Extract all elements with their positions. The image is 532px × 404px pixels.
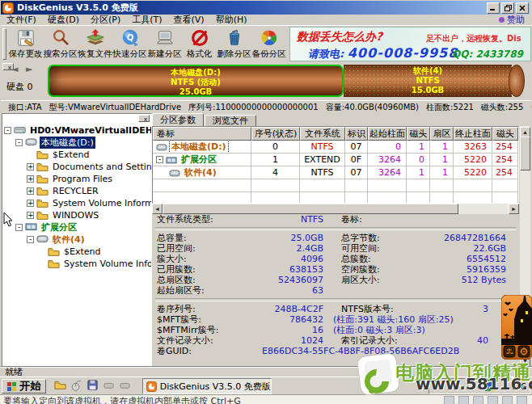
detail-label: 总簇数: xyxy=(341,254,430,264)
quicklaunch-mouse-icon[interactable] xyxy=(70,379,82,393)
menu-item-0[interactable]: 文件(F) xyxy=(6,15,36,25)
menu-item-5[interactable]: 帮助(H) xyxy=(216,15,247,25)
toolbar-recover-files-button[interactable]: 恢复文件 xyxy=(78,26,112,62)
restore-button[interactable] xyxy=(501,2,514,14)
toolbar: 保存更改搜索分区恢复文件Q快速分区新建分区格式化删除分区备份分区 数据丢失怎么办… xyxy=(1,25,531,63)
volume-label-text: 扩展分区 xyxy=(179,154,218,166)
detail-label xyxy=(341,285,430,296)
start-icon xyxy=(6,381,17,392)
column-header-5[interactable]: 磁头 xyxy=(407,127,430,141)
horizontal-scroll-thumb[interactable] xyxy=(163,204,458,214)
collapse-icon[interactable]: - xyxy=(27,236,34,243)
tree-panel: x -HD0:VMwareVirtualIDEHardD-本地磁盘(D:)$Ex… xyxy=(2,113,152,368)
collapse-icon[interactable]: - xyxy=(4,127,11,134)
detail-label: 总容量: xyxy=(157,233,243,243)
column-header-3[interactable]: 标识 xyxy=(345,127,368,141)
menu-item-3[interactable]: 工具(T) xyxy=(132,15,162,25)
table-row-0[interactable]: 本地磁盘(D:)0NTFS070113263254 xyxy=(153,141,518,154)
scroll-left-icon[interactable]: ◄ xyxy=(152,204,163,214)
vmware-toolbar-icons[interactable] xyxy=(444,395,527,404)
quicklaunch-minimized-window-icon[interactable] xyxy=(119,379,131,393)
horizontal-scrollbar[interactable]: ◄ ► xyxy=(152,204,519,214)
tree-item-6[interactable]: +System Volume Informati xyxy=(2,197,151,209)
tree-item-10[interactable]: $Extend xyxy=(2,246,151,258)
column-header-1[interactable]: 序号(状态) xyxy=(251,127,300,141)
toolbar-format-button[interactable]: 格式化 xyxy=(182,26,217,62)
cell-文件系统: NTFS xyxy=(300,166,345,179)
volume-label-value xyxy=(430,214,519,225)
cell-起始柱面: 3264 xyxy=(368,166,407,179)
collapse-icon[interactable]: - xyxy=(15,139,23,146)
tree-item-9[interactable]: -软件(4) xyxy=(2,234,151,246)
collapse-icon[interactable]: - xyxy=(15,224,23,231)
column-header-7[interactable]: 终止柱面 xyxy=(454,127,492,141)
toolbar-search-button[interactable]: 搜索分区 xyxy=(43,26,78,62)
cell-起始柱面: 0 xyxy=(368,141,407,154)
column-header-4[interactable]: 起始柱面 xyxy=(368,127,407,141)
volume-label-text: 软件(4) xyxy=(183,166,218,179)
sponsor-link[interactable]: 赞助 xyxy=(499,14,525,26)
tree-item-0[interactable]: -HD0:VMwareVirtualIDEHardD xyxy=(2,124,151,137)
cell-磁头: 1 xyxy=(407,141,430,154)
column-header-6[interactable]: 扇区 xyxy=(430,127,454,141)
partition-segment-soft4[interactable]: 软件(4) NTFS 15.0GB xyxy=(344,65,512,97)
scroll-right-icon[interactable]: ► xyxy=(509,204,519,214)
column-header-0[interactable]: 卷标 xyxy=(153,127,251,141)
column-header-2[interactable]: 文件系统 xyxy=(300,127,345,141)
detail-value: 52436097 xyxy=(243,275,323,285)
volume-label-cell: 软件(4) xyxy=(153,166,251,179)
collapse-icon[interactable]: - xyxy=(156,156,163,163)
quicklaunch-minimized-window-icon[interactable] xyxy=(103,379,115,393)
tree-item-11[interactable]: System Volume Infor xyxy=(2,258,151,270)
detail-row: 已用空间:2.4GB可用空间:22.6GB xyxy=(152,243,519,254)
disk-nav-arrows[interactable]: ◄ ► xyxy=(11,64,35,74)
close-button[interactable] xyxy=(516,2,529,14)
partition-segment-d[interactable]: 本地磁盘(D:) NTFS (活动) 25.0GB xyxy=(48,65,344,97)
column-header-8[interactable]: 磁头 xyxy=(492,127,518,141)
vertical-scroll-thumb[interactable] xyxy=(520,137,530,170)
folder-icon xyxy=(36,175,49,184)
tree-item-5[interactable]: +RECYCLER xyxy=(2,185,151,197)
cell-起始柱面: 3264 xyxy=(368,154,407,166)
quicklaunch-floppy-icon[interactable] xyxy=(87,379,99,393)
expand-icon[interactable]: + xyxy=(27,212,34,219)
halloween-ad-badge[interactable] xyxy=(501,295,532,360)
tree-item-8[interactable]: -扩展分区 xyxy=(2,221,151,234)
minimized-window-icon xyxy=(103,379,115,391)
minimize-button[interactable] xyxy=(487,2,500,14)
tree-panel-close-icon[interactable]: x xyxy=(138,115,150,122)
detail-row: 总容量:25.0GB总字节数:26847281664 xyxy=(152,233,519,243)
expand-icon[interactable]: + xyxy=(27,163,34,170)
quicklaunch-folder-icon[interactable] xyxy=(54,381,66,393)
table-row-1[interactable]: -扩展分区1EXTEND0F3264015220254 xyxy=(153,154,518,166)
menu-item-4[interactable]: 查看(V) xyxy=(174,15,205,25)
cell-终止柱面: 3263 xyxy=(454,141,492,154)
toolbar-grip[interactable] xyxy=(2,28,6,60)
table-row-2[interactable]: 软件(4)4NTFS073264115220254 xyxy=(153,166,518,179)
folder-icon xyxy=(36,150,49,160)
toolbar-delete-partition-button[interactable]: 删除分区 xyxy=(217,26,251,62)
menu-item-2[interactable]: 分区(P) xyxy=(91,15,120,25)
tree-item-3[interactable]: +Documents and Settings xyxy=(2,161,151,173)
tree-item-7[interactable]: +WINDOWS xyxy=(2,209,151,221)
detail-value: 5916359 xyxy=(430,264,519,275)
expand-icon[interactable]: + xyxy=(27,200,34,207)
toolbar-save-button[interactable]: 保存更改 xyxy=(8,26,43,62)
disk-info-field-6: 每道扇区数:63 xyxy=(530,102,531,113)
toolbar-button-label: 删除分区 xyxy=(217,48,251,60)
expand-icon[interactable]: + xyxy=(27,175,34,183)
tree-item-1[interactable]: -本地磁盘(D:) xyxy=(2,137,151,149)
taskbar-diskgenius-button[interactable]: DiskGenius V3.5.0 免费版 xyxy=(142,378,272,394)
data-recovery-ad-banner[interactable]: 数据丢失怎么办? 足不出户，远程恢复。Dis 请致电: 400-008-9958… xyxy=(289,27,531,61)
tree-item-4[interactable]: +Program Files xyxy=(2,173,151,185)
detail-value: 22.6GB xyxy=(430,243,519,254)
disk-label: 硬盘 0 xyxy=(6,81,33,93)
tree-item-2[interactable]: $Extend xyxy=(2,149,151,161)
detail-label: 已用簇数: xyxy=(157,264,243,275)
start-button[interactable]: 开始 xyxy=(2,379,46,393)
menu-item-1[interactable]: 硬盘(D) xyxy=(48,15,79,25)
expand-icon[interactable]: + xyxy=(27,187,34,195)
toolbar-new-partition-button[interactable]: 新建分区 xyxy=(147,26,182,62)
toolbar-quick-partition-button[interactable]: Q快速分区 xyxy=(112,26,147,62)
toolbar-backup-partition-button[interactable]: 备份分区 xyxy=(251,26,286,62)
